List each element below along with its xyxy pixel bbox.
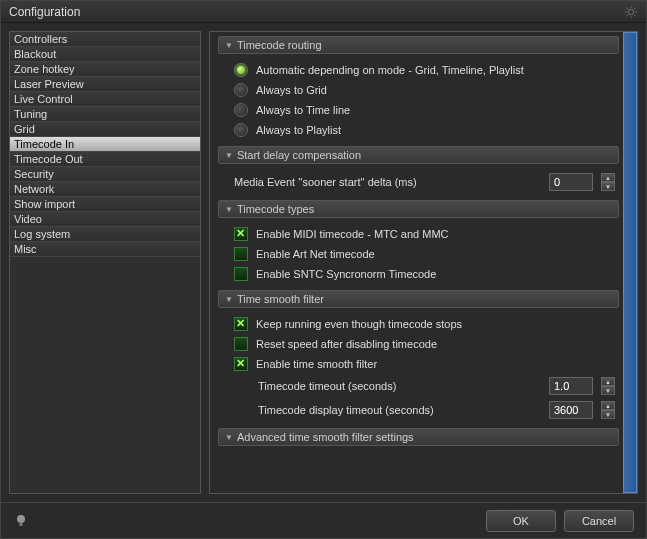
radio-row[interactable]: Always to Playlist (218, 120, 619, 140)
section-header-routing[interactable]: ▼Timecode routing (218, 36, 619, 54)
section-title: Time smooth filter (237, 293, 324, 305)
section-title: Start delay compensation (237, 149, 361, 161)
timeout-input[interactable] (549, 377, 593, 395)
display-timeout-label: Timecode display timeout (seconds) (258, 404, 541, 416)
display-timeout-input[interactable] (549, 401, 593, 419)
radio-icon[interactable] (234, 103, 248, 117)
sidebar-item[interactable]: Blackout (10, 47, 200, 62)
timeout-label: Timecode timeout (seconds) (258, 380, 541, 392)
chevron-down-icon: ▼ (225, 205, 233, 214)
cancel-button[interactable]: Cancel (564, 510, 634, 532)
section-header-delay[interactable]: ▼Start delay compensation (218, 146, 619, 164)
sidebar-item[interactable]: Misc (10, 242, 200, 257)
spin-down-icon[interactable]: ▼ (601, 386, 615, 395)
window-title: Configuration (9, 5, 624, 19)
section-title: Timecode types (237, 203, 314, 215)
option-label: Always to Grid (256, 84, 327, 96)
section-header-advanced[interactable]: ▼Advanced time smooth filter settings (218, 428, 619, 446)
content-scrollbar[interactable] (623, 32, 637, 493)
content-panel: ▼Timecode routing Automatic depending on… (209, 31, 638, 494)
radio-row[interactable]: Automatic depending on mode - Grid, Time… (218, 60, 619, 80)
display-timeout-spinner[interactable]: ▲▼ (601, 401, 615, 419)
radio-row[interactable]: Always to Time line (218, 100, 619, 120)
sidebar-item[interactable]: Network (10, 182, 200, 197)
radio-icon[interactable] (234, 123, 248, 137)
option-label: Reset speed after disabling timecode (256, 338, 437, 350)
spin-down-icon[interactable]: ▼ (601, 410, 615, 419)
check-row[interactable]: Reset speed after disabling timecode (218, 334, 619, 354)
checkbox-icon[interactable] (234, 357, 248, 371)
ok-button[interactable]: OK (486, 510, 556, 532)
option-label: Keep running even though timecode stops (256, 318, 462, 330)
option-label: Always to Playlist (256, 124, 341, 136)
option-label: Enable Art Net timecode (256, 248, 375, 260)
option-label: Automatic depending on mode - Grid, Time… (256, 64, 524, 76)
radio-icon[interactable] (234, 83, 248, 97)
hint-icon (13, 513, 29, 529)
sidebar-item[interactable]: Controllers (10, 32, 200, 47)
sidebar: ControllersBlackoutZone hotkeyLaser Prev… (9, 31, 201, 494)
spin-up-icon[interactable]: ▲ (601, 401, 615, 410)
option-label: Always to Time line (256, 104, 350, 116)
sidebar-item[interactable]: Timecode In (10, 137, 200, 152)
delay-label: Media Event ''sooner start'' delta (ms) (234, 176, 541, 188)
option-label: Enable SNTC Syncronorm Timecode (256, 268, 436, 280)
spin-up-icon[interactable]: ▲ (601, 377, 615, 386)
chevron-down-icon: ▼ (225, 41, 233, 50)
section-header-types[interactable]: ▼Timecode types (218, 200, 619, 218)
delay-input[interactable] (549, 173, 593, 191)
gear-icon[interactable] (624, 5, 638, 19)
check-row[interactable]: Enable Art Net timecode (218, 244, 619, 264)
sidebar-item[interactable]: Timecode Out (10, 152, 200, 167)
section-smooth: ▼Time smooth filter Keep running even th… (218, 290, 619, 422)
checkbox-icon[interactable] (234, 337, 248, 351)
sidebar-item[interactable]: Log system (10, 227, 200, 242)
timeout-spinner[interactable]: ▲▼ (601, 377, 615, 395)
svg-rect-2 (20, 522, 23, 526)
section-title: Timecode routing (237, 39, 322, 51)
checkbox-icon[interactable] (234, 247, 248, 261)
radio-row[interactable]: Always to Grid (218, 80, 619, 100)
sidebar-item[interactable]: Video (10, 212, 200, 227)
chevron-down-icon: ▼ (225, 433, 233, 442)
sidebar-item[interactable]: Tuning (10, 107, 200, 122)
chevron-down-icon: ▼ (225, 151, 233, 160)
sidebar-item[interactable]: Live Control (10, 92, 200, 107)
section-header-smooth[interactable]: ▼Time smooth filter (218, 290, 619, 308)
sidebar-item[interactable]: Zone hotkey (10, 62, 200, 77)
sidebar-item[interactable]: Laser Preview (10, 77, 200, 92)
check-row[interactable]: Enable MIDI timecode - MTC and MMC (218, 224, 619, 244)
section-delay: ▼Start delay compensation Media Event ''… (218, 146, 619, 194)
spin-up-icon[interactable]: ▲ (601, 173, 615, 182)
delay-spinner[interactable]: ▲▼ (601, 173, 615, 191)
svg-point-1 (17, 515, 25, 523)
titlebar: Configuration (1, 1, 646, 23)
footer: OK Cancel (1, 502, 646, 538)
checkbox-icon[interactable] (234, 317, 248, 331)
section-routing: ▼Timecode routing Automatic depending on… (218, 36, 619, 140)
radio-icon[interactable] (234, 63, 248, 77)
check-row[interactable]: Enable time smooth filter (218, 354, 619, 374)
chevron-down-icon: ▼ (225, 295, 233, 304)
check-row[interactable]: Enable SNTC Syncronorm Timecode (218, 264, 619, 284)
sidebar-item[interactable]: Show import (10, 197, 200, 212)
section-types: ▼Timecode types Enable MIDI timecode - M… (218, 200, 619, 284)
checkbox-icon[interactable] (234, 267, 248, 281)
sidebar-item[interactable]: Grid (10, 122, 200, 137)
sidebar-item[interactable]: Security (10, 167, 200, 182)
spin-down-icon[interactable]: ▼ (601, 182, 615, 191)
svg-point-0 (628, 9, 633, 14)
section-title: Advanced time smooth filter settings (237, 431, 414, 443)
section-advanced: ▼Advanced time smooth filter settings (218, 428, 619, 446)
check-row[interactable]: Keep running even though timecode stops (218, 314, 619, 334)
checkbox-icon[interactable] (234, 227, 248, 241)
option-label: Enable time smooth filter (256, 358, 377, 370)
option-label: Enable MIDI timecode - MTC and MMC (256, 228, 449, 240)
scrollbar-thumb[interactable] (623, 32, 637, 493)
